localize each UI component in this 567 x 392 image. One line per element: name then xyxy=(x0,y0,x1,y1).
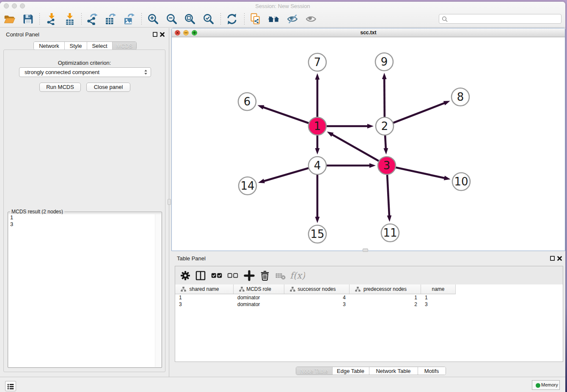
mcds-result-group: MCDS result (2 nodes) 13 xyxy=(8,212,162,368)
select-all-icon[interactable] xyxy=(211,270,223,282)
search-input[interactable] xyxy=(439,14,561,24)
status-bar: Memory xyxy=(0,377,565,392)
function-builder-icon[interactable]: f(x) xyxy=(288,270,305,282)
graph-node-label: 8 xyxy=(457,91,464,103)
table-toolbar: f(x) xyxy=(175,266,563,284)
table-float-button[interactable] xyxy=(550,256,555,261)
cell-predecessor-nodes: 2 xyxy=(350,301,421,308)
column-header-successor-nodes[interactable]: successor nodes xyxy=(284,284,350,294)
show-panel-icon[interactable] xyxy=(305,13,317,25)
zoom-fit-icon[interactable] xyxy=(184,13,196,25)
criterion-select[interactable]: strongly connected component xyxy=(19,67,151,77)
export-image-icon[interactable] xyxy=(123,13,135,25)
table-close-button[interactable] xyxy=(557,256,562,261)
split-view-icon[interactable] xyxy=(195,270,206,282)
table-tabs: Node TableEdge TableNetwork TableMotifs xyxy=(171,367,565,375)
graph-node-label: 3 xyxy=(383,159,391,172)
network-graph: 1234678910111415 xyxy=(172,38,565,251)
zoom-out-icon[interactable] xyxy=(166,13,178,25)
mcds-result-title: MCDS result (2 nodes) xyxy=(10,209,64,215)
import-network-icon[interactable] xyxy=(46,13,58,25)
import-table-icon[interactable] xyxy=(64,13,76,25)
graph-node-label: 14 xyxy=(240,179,254,192)
tab-network[interactable]: Network xyxy=(34,42,64,50)
deselect-all-icon[interactable] xyxy=(227,270,239,282)
toolbar-separator xyxy=(244,13,245,25)
mcds-result-item[interactable]: 3 xyxy=(8,221,161,228)
column-header-predecessor-nodes[interactable]: predecessor nodes xyxy=(350,284,421,294)
cell-MCDS-role: dominator xyxy=(234,301,284,308)
window-title: Session: New Session xyxy=(0,3,565,9)
splitter-grip-vertical[interactable] xyxy=(168,199,171,205)
graph-edge-2-8[interactable] xyxy=(385,103,445,126)
home-icon[interactable] xyxy=(268,13,280,25)
mcds-result-item[interactable]: 1 xyxy=(8,214,161,221)
mcds-result-list[interactable]: 13 xyxy=(8,214,161,367)
graph-arrowhead xyxy=(258,179,265,183)
close-panel-button[interactable] xyxy=(160,32,165,37)
column-header-MCDS-role[interactable]: MCDS role xyxy=(234,284,284,294)
node-table-container: f(x) shared nameMCDS rolesuccessor nodes… xyxy=(175,266,563,362)
table-header-row: shared nameMCDS rolesuccessor nodesprede… xyxy=(175,284,456,294)
graph-arrowhead xyxy=(387,215,392,222)
control-panel-title: Control Panel xyxy=(6,31,39,38)
zoom-selected-icon[interactable] xyxy=(203,13,215,25)
table-settings-icon[interactable] xyxy=(179,270,191,282)
apply-layout-icon[interactable] xyxy=(226,13,238,25)
toolbar-separator xyxy=(81,13,82,25)
graph-arrowhead xyxy=(383,148,388,155)
table-row[interactable]: 1dominator411 xyxy=(175,294,456,301)
result-list-scrollbar[interactable] xyxy=(155,214,161,367)
graph-arrowhead xyxy=(258,105,264,109)
tab-node-table[interactable]: Node Table xyxy=(296,367,332,375)
column-header-name[interactable]: name xyxy=(421,284,456,294)
splitter-grip-horizontal[interactable] xyxy=(363,248,368,252)
network-canvas[interactable]: 1234678910111415 xyxy=(172,38,565,251)
control-panel-tabs: NetworkStyleSelectMCDS xyxy=(33,41,137,50)
tab-network-table[interactable]: Network Table xyxy=(369,367,418,375)
save-session-icon[interactable] xyxy=(22,13,34,25)
cell-MCDS-role: dominator xyxy=(234,294,284,301)
open-session-icon[interactable] xyxy=(3,13,15,25)
graph-node-label: 6 xyxy=(244,95,251,108)
memory-button[interactable]: Memory xyxy=(532,380,560,390)
network-view-frame: scc.txt 1234678910111415 xyxy=(171,28,565,251)
add-row-icon[interactable] xyxy=(243,270,255,282)
graph-arrowhead xyxy=(369,163,376,168)
task-history-button[interactable] xyxy=(5,381,16,391)
run-mcds-button[interactable]: Run MCDS xyxy=(39,83,81,92)
tab-style[interactable]: Style xyxy=(64,42,87,50)
criterion-value: strongly connected component xyxy=(25,69,99,75)
table-panel-title: Table Panel xyxy=(177,255,206,262)
cell-shared-name: 1 xyxy=(175,294,234,301)
delete-table-icon[interactable] xyxy=(275,270,286,282)
tab-select[interactable]: Select xyxy=(87,42,112,50)
zoom-in-icon[interactable] xyxy=(147,13,159,25)
graph-edge-3-1[interactable] xyxy=(332,134,387,166)
graph-arrowhead xyxy=(444,176,451,180)
graph-node-label: 7 xyxy=(314,56,321,69)
graph-node-label: 1 xyxy=(314,120,321,133)
graph-arrowhead xyxy=(327,132,334,137)
share-document-icon[interactable] xyxy=(250,13,261,25)
cell-successor-nodes: 3 xyxy=(284,301,350,308)
table-panel: Table Panel xyxy=(171,253,565,377)
network-frame-titlebar[interactable]: scc.txt xyxy=(172,28,565,37)
tab-motifs[interactable]: Motifs xyxy=(418,367,446,375)
column-header-shared-name[interactable]: shared name xyxy=(175,284,234,294)
cell-predecessor-nodes: 1 xyxy=(350,294,421,301)
table-row[interactable]: 3dominator323 xyxy=(175,301,456,308)
tab-mcds[interactable]: MCDS xyxy=(112,42,136,50)
tab-edge-table[interactable]: Edge Table xyxy=(332,367,369,375)
delete-row-icon[interactable] xyxy=(259,270,271,282)
close-panel-action-button[interactable]: Close panel xyxy=(86,83,130,92)
mcds-tab-content: Optimization criterion: strongly connect… xyxy=(3,50,165,372)
float-panel-button[interactable] xyxy=(152,32,158,37)
export-network-icon[interactable] xyxy=(86,13,98,25)
graph-node-label: 9 xyxy=(381,55,388,68)
export-table-icon[interactable] xyxy=(105,13,116,25)
network-title: scc.txt xyxy=(172,30,565,36)
hide-panel-icon[interactable] xyxy=(286,13,298,25)
graph-node-label: 10 xyxy=(454,175,468,188)
graph-node-label: 4 xyxy=(314,159,321,172)
